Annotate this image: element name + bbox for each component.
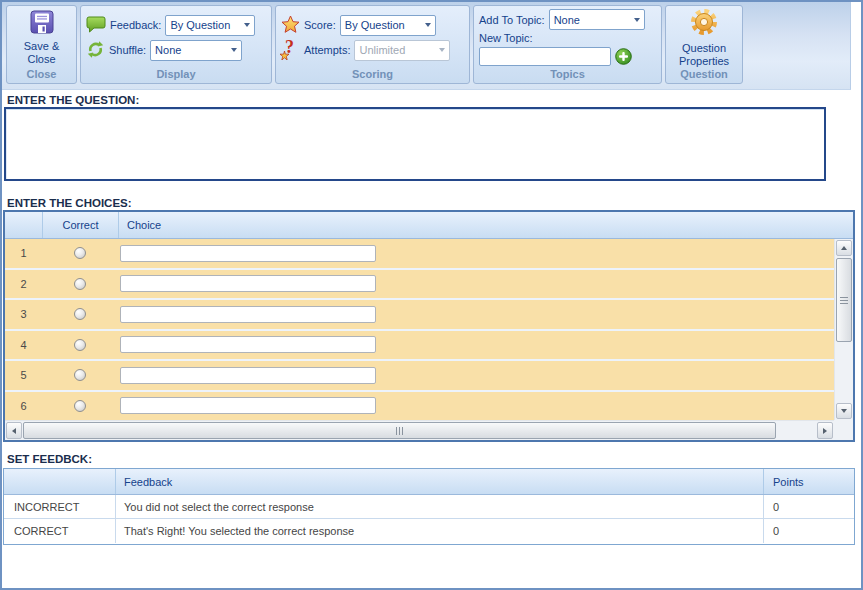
shuffle-refresh-icon	[86, 40, 105, 61]
arrow-up-icon	[841, 246, 847, 250]
feedback-row-type: CORRECT	[4, 519, 116, 543]
arrow-left-icon	[12, 428, 16, 434]
question-properties-button[interactable]: Question Properties	[671, 9, 737, 66]
choice-radio-cell	[42, 339, 117, 351]
feedback-row-points[interactable]: 0	[764, 519, 854, 543]
save-close-label: Save & Close	[18, 40, 66, 66]
ribbon-group-question: Question Properties Question	[665, 5, 743, 84]
add-to-topic-label: Add To Topic:	[479, 14, 545, 26]
horizontal-scroll-track[interactable]	[23, 422, 816, 439]
choices-header-correct: Correct	[43, 212, 119, 238]
add-topic-button[interactable]	[615, 48, 632, 65]
horizontal-scrollbar[interactable]	[5, 420, 834, 440]
feedback-row: INCORRECT You did not select the correct…	[4, 495, 854, 519]
score-dropdown-value: By Question	[341, 19, 421, 31]
choice-row: 4	[5, 331, 834, 362]
horizontal-scroll-thumb[interactable]	[23, 422, 776, 439]
choice-row-number: 1	[5, 247, 42, 259]
choice-radio-cell	[42, 247, 117, 259]
feedback-row: CORRECT That's Right! You selected the c…	[4, 519, 854, 543]
question-properties-label: Question Properties	[671, 42, 737, 68]
choice-radio-cell	[42, 308, 117, 320]
choice-row: 1	[5, 239, 834, 270]
choices-rows: 1 2 3 4 5 6	[5, 239, 834, 420]
arrow-right-icon	[823, 428, 827, 434]
feedback-row-text[interactable]: You did not select the correct response	[116, 495, 764, 518]
speech-bubble-icon	[86, 15, 106, 36]
score-dropdown[interactable]: By Question	[340, 15, 436, 36]
choice-row-number: 6	[5, 400, 42, 412]
choice-text-input[interactable]	[120, 306, 376, 323]
choice-text-input[interactable]	[120, 336, 376, 353]
attempts-dropdown-label: Attempts:	[304, 44, 350, 56]
question-editor-window: Save & Close Close Feedback:	[0, 0, 863, 590]
correct-radio-button[interactable]	[74, 369, 86, 381]
grip-icon	[840, 297, 848, 304]
correct-radio-button[interactable]	[74, 247, 86, 259]
scroll-right-button[interactable]	[817, 422, 833, 439]
choice-text-input[interactable]	[120, 275, 376, 292]
feedback-dropdown[interactable]: By Question	[165, 15, 255, 36]
save-close-button[interactable]: Save & Close	[12, 9, 71, 66]
group-label-scoring: Scoring	[276, 67, 469, 83]
scroll-down-button[interactable]	[836, 403, 852, 419]
attempts-dropdown: Unlimited	[354, 40, 450, 61]
choice-row-number: 2	[5, 278, 42, 290]
new-topic-input[interactable]	[479, 47, 611, 66]
choice-radio-cell	[42, 278, 117, 290]
shuffle-dropdown-label: Shuffle:	[109, 44, 146, 56]
chevron-down-icon	[421, 23, 435, 27]
feedback-header-row: Feedback Points	[4, 469, 854, 495]
choices-grid: Correct Choice 1 2 3 4 5	[3, 210, 855, 442]
chevron-down-icon	[630, 18, 644, 22]
choice-radio-cell	[42, 369, 117, 381]
choice-row: 3	[5, 300, 834, 331]
floppy-disk-icon	[29, 9, 55, 38]
enter-choices-label: ENTER THE CHOICES:	[7, 197, 132, 209]
feedback-dropdown-value: By Question	[166, 19, 240, 31]
choice-text-input[interactable]	[120, 397, 376, 414]
set-feedback-label: SET FEEDBCK:	[7, 453, 92, 465]
feedback-row-text[interactable]: That's Right! You selected the correct r…	[116, 519, 764, 543]
ribbon-group-topics: Add To Topic: None New Topic:	[473, 5, 662, 84]
choice-text-input[interactable]	[120, 367, 376, 384]
correct-radio-button[interactable]	[74, 278, 86, 290]
vertical-scroll-track[interactable]	[835, 257, 853, 402]
choice-row: 5	[5, 361, 834, 392]
choice-radio-cell	[42, 400, 117, 412]
choices-header-row: Correct Choice	[5, 212, 853, 239]
correct-radio-button[interactable]	[74, 308, 86, 320]
feedback-table: Feedback Points INCORRECT You did not se…	[3, 468, 855, 545]
feedback-dropdown-label: Feedback:	[110, 19, 161, 31]
shuffle-dropdown-value: None	[151, 44, 227, 56]
question-text-input[interactable]	[4, 107, 826, 181]
correct-radio-button[interactable]	[74, 339, 86, 351]
grip-icon	[396, 427, 403, 435]
choice-text-input[interactable]	[120, 245, 376, 262]
feedback-rows: INCORRECT You did not select the correct…	[4, 495, 854, 543]
shuffle-dropdown[interactable]: None	[150, 40, 242, 61]
ribbon-group-scoring: Score: By Question ? Attempts:	[275, 5, 470, 84]
choice-row: 2	[5, 270, 834, 301]
vertical-scroll-thumb[interactable]	[836, 258, 852, 342]
add-to-topic-value: None	[550, 14, 630, 26]
group-label-question: Question	[666, 67, 742, 83]
feedback-row-points[interactable]: 0	[764, 495, 854, 518]
new-topic-label: New Topic:	[479, 32, 533, 44]
vertical-scrollbar[interactable]	[834, 239, 853, 420]
enter-question-label: ENTER THE QUESTION:	[7, 94, 139, 106]
group-label-topics: Topics	[474, 67, 661, 83]
feedback-row-type: INCORRECT	[4, 495, 116, 518]
gear-icon	[689, 7, 719, 40]
ribbon-group-close: Save & Close Close	[6, 5, 77, 84]
score-dropdown-label: Score:	[304, 19, 336, 31]
scroll-up-button[interactable]	[836, 240, 852, 256]
chevron-down-icon	[227, 48, 241, 52]
arrow-down-icon	[841, 409, 847, 413]
ribbon-group-display: Feedback: By Question	[80, 5, 272, 84]
correct-radio-button[interactable]	[74, 400, 86, 412]
scroll-left-button[interactable]	[6, 422, 22, 439]
add-to-topic-dropdown[interactable]: None	[549, 9, 645, 30]
plus-icon	[615, 48, 632, 65]
ribbon-toolbar: Save & Close Close Feedback:	[2, 2, 851, 90]
